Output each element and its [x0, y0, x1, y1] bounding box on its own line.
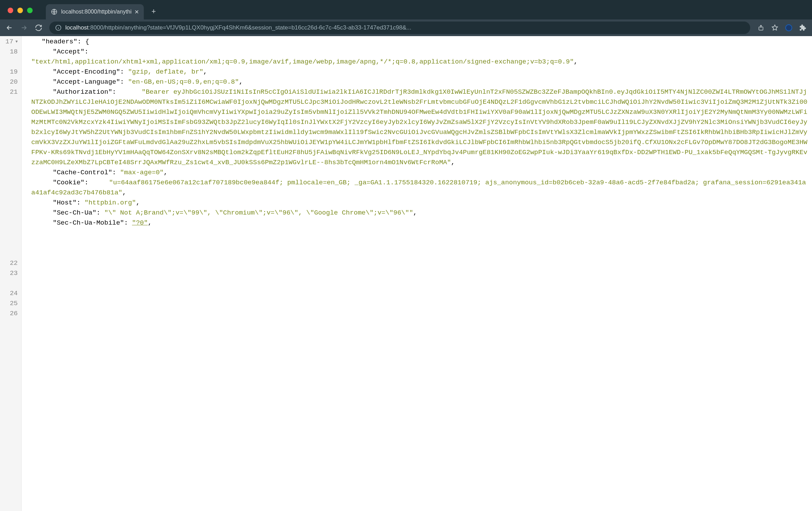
line-number: 26: [0, 309, 18, 319]
json-key: "Sec-Ch-Ua-Mobile": [53, 219, 124, 227]
forward-button[interactable]: [20, 24, 28, 32]
json-key: "Cache-Control": [53, 169, 112, 176]
new-tab-button[interactable]: +: [151, 7, 156, 19]
line-number: 19: [0, 67, 18, 77]
line-number: 17: [6, 37, 14, 47]
line-number: 24: [0, 288, 18, 299]
reload-button[interactable]: [35, 24, 42, 32]
url-text: localhost:8000/httpbin/anything?state=Vf…: [65, 24, 745, 31]
extension-badge[interactable]: [785, 24, 793, 32]
page-content: 17▼ 18 19 20 21 22 23 24 25 26 "headers"…: [0, 36, 812, 511]
json-value: "\" Not A;Brand\";v=\"99\", \"Chromium\"…: [104, 209, 413, 217]
json-value: "Bearer eyJhbGciOiJSUzI1NiIsInR5cCIgOiAi…: [31, 87, 808, 168]
back-button[interactable]: [6, 24, 13, 32]
site-info-icon[interactable]: [55, 24, 62, 31]
line-number: 22: [0, 258, 18, 268]
bookmark-star-icon[interactable]: [771, 24, 779, 32]
json-value: "max-age=0": [120, 169, 164, 176]
toolbar-right: [757, 24, 806, 32]
globe-icon: [51, 8, 58, 15]
json-key: "Accept": [53, 48, 84, 56]
line-number: 18: [0, 47, 18, 57]
fold-icon[interactable]: ▼: [15, 37, 18, 47]
json-value: "en-GB,en-US;q=0.9,en;q=0.8": [128, 78, 239, 86]
address-bar[interactable]: localhost:8000/httpbin/anything?state=Vf…: [49, 22, 750, 34]
line-number: 25: [0, 299, 18, 309]
line-number: 23: [0, 268, 18, 278]
json-key: "Accept-Encoding": [53, 68, 120, 76]
json-key: "Accept-Language": [53, 78, 120, 86]
browser-titlebar: localhost:8000/httpbin/anythin ✕ +: [0, 0, 812, 19]
json-key: "Host": [53, 199, 76, 207]
address-bar-row: localhost:8000/httpbin/anything?state=Vf…: [0, 19, 812, 36]
tab-title: localhost:8000/httpbin/anythin: [61, 9, 132, 15]
json-viewer[interactable]: "headers": { "Accept": "text/html,applic…: [22, 36, 812, 511]
line-number-gutter: 17▼ 18 19 20 21 22 23 24 25 26: [0, 36, 22, 511]
share-icon[interactable]: [757, 24, 765, 32]
minimize-window-button[interactable]: [17, 8, 23, 13]
window-controls: [0, 8, 33, 19]
json-key: "Cookie": [53, 179, 84, 186]
json-key: "Authorization": [53, 88, 112, 96]
json-value: "u=64aaf86175e6e067a12c1af707189bc0e9ea8…: [31, 178, 808, 198]
extensions-icon[interactable]: [799, 24, 806, 32]
tab-close-icon[interactable]: ✕: [134, 9, 139, 15]
line-number: 21: [0, 87, 18, 97]
json-value: "?0": [132, 219, 148, 227]
json-key: "headers": [42, 38, 77, 45]
close-window-button[interactable]: [8, 8, 13, 13]
json-value: "httpbin.org": [84, 199, 136, 207]
json-key: "Sec-Ch-Ua": [53, 209, 96, 217]
json-value: "gzip, deflate, br": [128, 68, 204, 76]
line-number: 20: [0, 77, 18, 87]
json-value: "text/html,application/xhtml+xml,applica…: [31, 57, 808, 67]
browser-tab[interactable]: localhost:8000/httpbin/anythin ✕: [46, 4, 144, 19]
maximize-window-button[interactable]: [27, 8, 33, 13]
